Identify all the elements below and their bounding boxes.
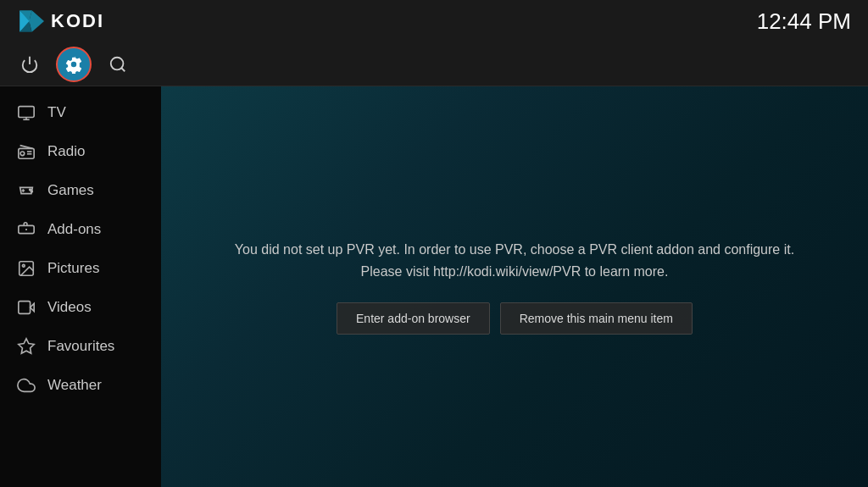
- sidebar-label-tv: TV: [47, 104, 66, 121]
- svg-rect-20: [19, 302, 31, 314]
- sidebar-label-pictures: Pictures: [47, 260, 99, 277]
- pvr-info-text: You did not set up PVR yet. In order to …: [235, 239, 794, 282]
- app-title: KODI: [51, 10, 104, 32]
- videos-icon: [17, 298, 36, 317]
- weather-icon: [17, 376, 36, 395]
- gear-icon: [64, 55, 83, 74]
- sidebar-label-weather: Weather: [47, 377, 102, 394]
- power-button[interactable]: [12, 47, 47, 82]
- radio-icon: [17, 142, 36, 161]
- svg-line-6: [121, 68, 125, 71]
- sidebar-item-pictures[interactable]: Pictures: [0, 249, 161, 288]
- sidebar-item-addons[interactable]: Add-ons: [0, 210, 161, 249]
- sidebar-label-games: Games: [47, 182, 94, 199]
- addons-icon: [17, 220, 36, 239]
- pvr-buttons: Enter add-on browser Remove this main me…: [235, 302, 794, 335]
- content-area: You did not set up PVR yet. In order to …: [161, 86, 868, 487]
- favourites-icon: [17, 337, 36, 356]
- search-icon: [108, 55, 127, 74]
- pictures-icon: [17, 259, 36, 278]
- sidebar-label-videos: Videos: [47, 299, 92, 316]
- clock: 12:44 PM: [757, 8, 851, 35]
- sidebar-item-radio[interactable]: Radio: [0, 132, 161, 171]
- games-icon: [17, 181, 36, 200]
- sidebar-label-favourites: Favourites: [47, 338, 114, 355]
- sidebar-item-weather[interactable]: Weather: [0, 366, 161, 405]
- svg-point-5: [111, 57, 124, 69]
- sidebar-item-games[interactable]: Games: [0, 171, 161, 210]
- kodi-logo-icon: [17, 8, 44, 35]
- svg-point-11: [20, 152, 25, 156]
- search-button[interactable]: [100, 47, 136, 82]
- sidebar-item-tv[interactable]: TV: [0, 93, 161, 132]
- header: KODI 12:44 PM: [0, 0, 868, 42]
- sidebar-item-videos[interactable]: Videos: [0, 288, 161, 327]
- sidebar-label-radio: Radio: [47, 143, 85, 160]
- remove-menu-item-button[interactable]: Remove this main menu item: [500, 302, 693, 335]
- main-layout: TV Radio Games: [0, 86, 868, 487]
- power-icon: [20, 55, 39, 74]
- pvr-message-container: You did not set up PVR yet. In order to …: [235, 239, 794, 335]
- svg-marker-1: [29, 10, 44, 32]
- svg-marker-22: [19, 339, 34, 353]
- sidebar: TV Radio Games: [0, 86, 161, 487]
- svg-rect-7: [19, 107, 34, 118]
- sidebar-label-addons: Add-ons: [47, 221, 101, 238]
- sidebar-item-favourites[interactable]: Favourites: [0, 327, 161, 366]
- tv-icon: [17, 103, 36, 122]
- toolbar: [0, 42, 868, 86]
- settings-button[interactable]: [56, 47, 92, 82]
- header-left: KODI: [17, 8, 104, 35]
- enter-addon-browser-button[interactable]: Enter add-on browser: [337, 302, 490, 335]
- svg-point-19: [22, 264, 25, 267]
